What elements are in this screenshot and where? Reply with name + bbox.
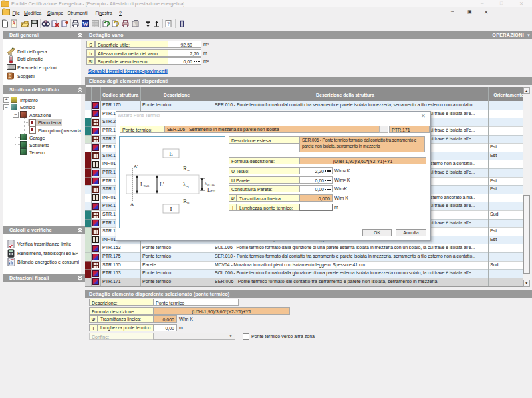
svg-text:LTEL: LTEL xyxy=(207,187,216,193)
svg-text:?: ? xyxy=(167,21,170,27)
svg-text:Rsi: Rsi xyxy=(183,198,190,204)
svg-text:A': A' xyxy=(134,164,138,169)
svg-text:λeq,TEL: λeq,TEL xyxy=(205,181,215,187)
svg-text:I: I xyxy=(170,206,172,212)
svg-text:W: W xyxy=(82,21,88,27)
svg-text:L': L' xyxy=(160,182,164,188)
svg-text:A: A xyxy=(12,21,16,27)
svg-text:A: A xyxy=(130,202,134,207)
svg-text:Rse: Rse xyxy=(183,165,190,172)
svg-text:E: E xyxy=(169,150,173,157)
